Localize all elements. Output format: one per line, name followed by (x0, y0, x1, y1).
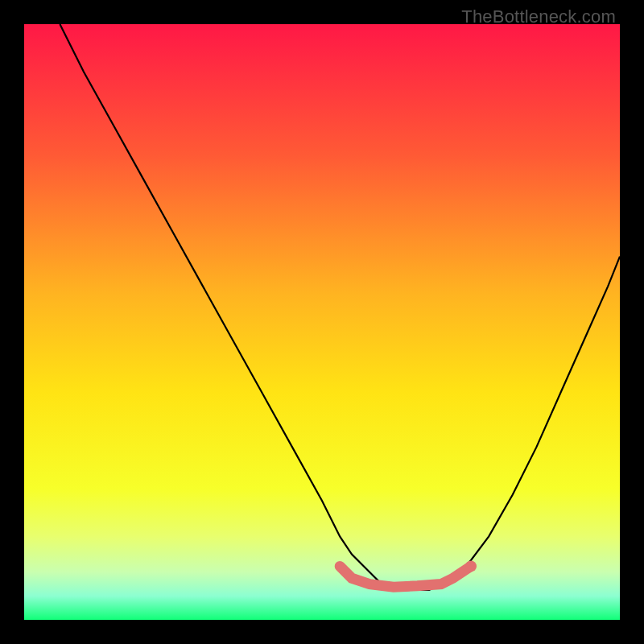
endpoint-marker (465, 560, 477, 572)
gradient-background (24, 24, 620, 620)
chart-svg (24, 24, 620, 620)
chart-frame: TheBottleneck.com (0, 0, 644, 644)
plot-area (24, 24, 620, 620)
